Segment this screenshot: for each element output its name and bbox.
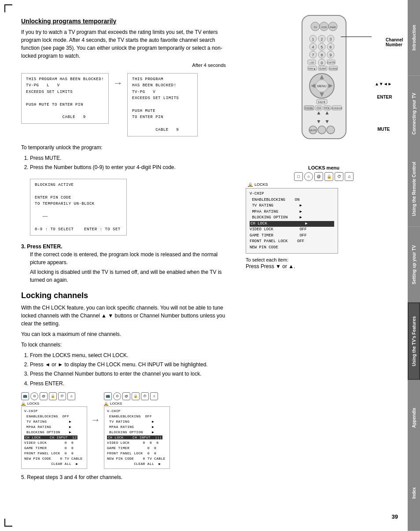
tab-appendix[interactable]: Appendix [408,380,420,456]
svg-text:4: 4 [312,45,314,49]
steps-list-2: From the LOCKS menu, select CH LOCK. Pre… [30,351,235,388]
section2-title: Locking channels [21,291,235,300]
to-select-label: To select each item: [246,257,402,262]
steps-list-1: Press MUTE. Press the Number buttons (0-… [30,154,235,172]
icon-at-left: @ [40,392,48,400]
bottom-screen-left-container: 📺 ⊙ @ 🔒 ⏱ ♫ 🔒 LOCKS V-CHIP ENABLEBLOCKIN… [21,392,87,469]
icon-lock-right: 🔒 [132,392,140,400]
press-nav-label: Press Press ▼ or ▲. [246,263,402,269]
svg-text:▼: ▼ [316,118,321,125]
svg-text:VCR: VCR [321,26,327,29]
section1-intro: If you try to watch a TV program that ex… [21,28,235,60]
locks-label-right: 🔒 LOCKS [104,402,170,406]
remote-control-diagram: TV VCR PWR 1 2 3 4 5 6 7 8 [280,13,368,154]
lm-icon-3: @ [314,172,323,181]
svg-text:TV/CBL: TV/CBL [305,107,313,110]
channel-number-label: ChannelNumber [386,37,403,47]
arrow-right-icon: → [113,77,123,89]
bottom-screen-left: V-CHIP ENABLEBLOCKING OFF TV RATING ▶ MP… [21,406,87,469]
screen-blocking-active: BLOCKING ACTIVE ENTER PIN CODE TO TEMPOR… [30,179,127,236]
lock-step-2: Press ◄ or ► to display the CH LOCK menu… [30,361,235,369]
section2-intro: With the CH LOCK feature, you can lock s… [21,304,235,328]
lm-icon-1: □ [294,172,303,181]
screen-blocked-after: THIS PROGRAM HAS BEEN BLOCKED! TV-PG V E… [127,73,198,136]
icon-at-right: @ [122,392,130,400]
step-3-desc1: If the correct code is entered, the prog… [30,251,235,266]
tab-connecting[interactable]: Connecting your TV [408,76,420,151]
svg-text:FAV▼: FAV▼ [318,101,325,103]
tab-features[interactable]: Using the TV's Features [408,302,420,380]
svg-text:CH/TN: CH/TN [327,61,335,64]
svg-text:+10: +10 [309,61,314,64]
svg-text:1: 1 [312,37,314,41]
svg-point-61 [327,126,335,134]
section1-title: Unlocking programs temporarily [21,18,235,25]
lock-step-4: Press ENTER. [30,380,235,388]
svg-text:FAV▲: FAV▲ [308,67,316,70]
screen-icons-left: 📺 ⊙ @ 🔒 ⏱ ♫ [21,392,87,400]
svg-text:2: 2 [321,37,323,41]
nav-label: ▲▼◄► [375,81,392,86]
mute-label: MUTE [377,127,390,132]
tab-remote-control[interactable]: Using the Remote Control [408,151,420,227]
screen-icons-right: 📺 ⊙ @ 🔒 ⏱ ♫ [104,392,170,400]
svg-text:TV: TV [313,26,317,29]
locks-menu-box: V-CHIP ENABLEBLOCKING ON TV RATING ▶ MPA… [246,188,338,254]
icon-circle-left: ⊙ [30,392,38,400]
svg-text:GUIDE: GUIDE [329,67,337,70]
section2-max: You can lock a maximum of nine channels. [21,330,235,338]
svg-text:9: 9 [329,53,332,57]
lm-icon-2: ○ [304,172,313,181]
lock-step-3: Press the Channel Number buttons to ente… [30,370,235,378]
icon-clock-left: ⏱ [58,392,66,400]
bottom-screen-right-container: 📺 ⊙ @ 🔒 ⏱ ♫ 🔒 LOCKS V-CHIP ENABLEBLOCKIN… [104,392,170,469]
corner-mark-bl [4,519,12,527]
locks-label-left: 🔒 LOCKS [21,402,87,406]
svg-text:7: 7 [312,53,314,57]
tab-setting-up[interactable]: Setting up your TV [408,227,420,302]
svg-text:PWR: PWR [330,26,336,29]
svg-text:▼: ▼ [324,118,330,125]
lock-step-1: From the LOCKS menu, select CH LOCK. [30,351,235,360]
icon-tv-right: 📺 [104,392,112,400]
to-lock-text: To lock channels: [21,341,235,349]
corner-mark-tl [4,4,12,12]
to-unlock-text: To temporarily unlock the program: [21,144,235,151]
svg-text:SURF: SURF [319,67,326,70]
svg-point-60 [318,126,326,134]
locks-menu-section: LOCKS menu □ ○ @ 🔒 ⏱ ♫ 🔒 LOCKS V-CHIP EN… [246,165,402,269]
remote-svg: TV VCR PWR 1 2 3 4 5 6 7 8 [280,13,368,154]
bottom-screen-right: V-CHIP ENABLEBLOCKING OFF TV RATING ▶ MP… [104,406,170,469]
icon-timer-right: ⏱ [141,392,149,400]
svg-text:5: 5 [321,45,323,49]
icon-music-left: ♫ [67,392,75,400]
lm-icon-5: ⏱ [335,172,343,181]
tab-introduction[interactable]: Introduction [408,0,420,76]
step-1: Press MUTE. [30,154,235,162]
left-column: Unlocking programs temporarily If you tr… [12,9,241,522]
lm-icon-6: ♫ [345,172,354,181]
icon-tv2-left: 🔒 [49,392,57,400]
tab-index[interactable]: Index [408,455,420,531]
svg-text:MUTE: MUTE [309,129,317,132]
icon-music-right: ♫ [150,392,158,400]
svg-text:3: 3 [329,37,332,41]
step-5: 5. Repeat steps 3 and 4 for other channe… [21,473,235,481]
svg-text:▲: ▲ [316,110,321,116]
arrow-right-icon-2: → [91,414,100,426]
icon-circle-right: ⊙ [113,392,121,400]
main-content: Unlocking programs temporarily If you tr… [12,9,404,522]
svg-text:8: 8 [321,53,323,57]
svg-text:CH: CH [316,107,321,110]
enter-label: ENTER [377,95,392,100]
lm-icon-4: 🔒 [324,172,333,181]
icon-tv-left: 📺 [21,392,29,400]
svg-text:▲: ▲ [324,110,330,116]
page-number: 39 [392,513,398,520]
screen-blocked-before: THIS PROGRAM HAS BEEN BLOCKED! TV-PG L V… [21,73,109,124]
step-2: Press the Number buttons (0-9) to enter … [30,163,235,172]
svg-text:MENU: MENU [317,85,326,88]
bottom-screens: 📺 ⊙ @ 🔒 ⏱ ♫ 🔒 LOCKS V-CHIP ENABLEBLOCKIN… [21,392,235,469]
screen-pair-1: THIS PROGRAM HAS BEEN BLOCKED! TV-PG L V… [21,70,235,140]
after-label: After 4 seconds [21,63,226,68]
